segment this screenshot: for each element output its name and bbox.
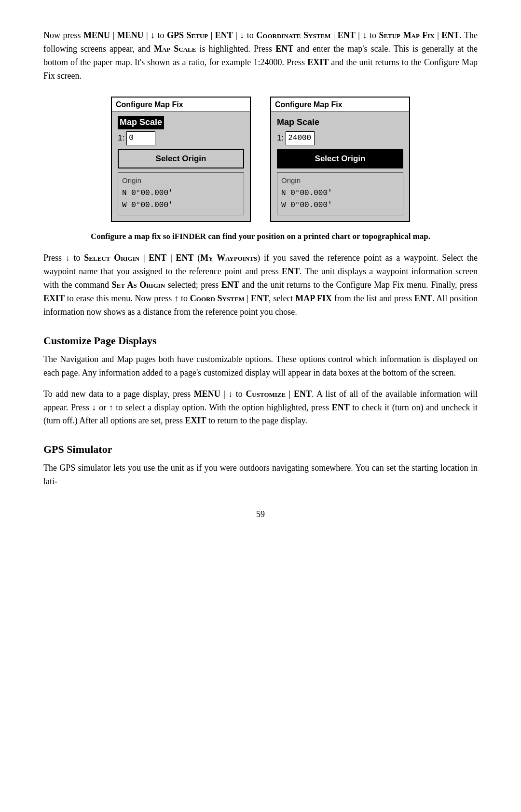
screen2-coord-n: N 0°00.000' [281,187,399,200]
key-menu1: MENU [83,30,110,40]
screens-container: Configure Map Fix Map Scale 1: 0 Select … [43,97,478,222]
key-set-as-origin: Set As Origin [112,280,165,290]
screen2-origin-legend: Origin [281,175,399,186]
key-exit1: EXIT [307,57,329,67]
screen1-origin-group: Origin N 0°00.000' W 0°00.000' [118,172,244,215]
key-ent12: ENT [332,403,350,412]
key-map-scale: Map Scale [154,44,196,54]
key-exit3: EXIT [185,416,206,425]
key-coord-system2: Coord System [190,294,245,303]
screen2-scale-prefix: 1: [277,132,284,144]
key-ent4: ENT [275,44,293,54]
body-paragraph-3: To add new data to a page display, press… [43,388,478,428]
screen2-coord-w: W 0°00.000' [281,199,399,212]
page-number: 59 [43,508,478,521]
screen1-coord-n: N 0°00.000' [122,187,240,200]
screen1-origin-legend: Origin [122,175,240,186]
key-ent1: ENT [215,30,233,40]
body-paragraph-4: The GPS simulator lets you use the unit … [43,462,478,489]
key-ent3: ENT [441,30,459,40]
key-ent5: ENT [149,253,166,263]
key-ent9: ENT [251,294,269,303]
screen-2: Configure Map Fix Map Scale 1: 24000 Sel… [270,97,410,222]
screen1-select-origin-btn[interactable]: Select Origin [118,149,244,168]
screen2-body: Map Scale 1: 24000 Select Origin Origin … [271,112,409,219]
screen1-scale-prefix: 1: [118,132,124,144]
screen2-map-scale-label: Map Scale [277,116,403,129]
key-ent6: ENT [176,253,194,263]
key-ent11: ENT [294,389,312,399]
screen1-scale-value: 0 [126,131,155,145]
screen2-scale-row: 1: 24000 [277,131,403,145]
screen2-origin-group: Origin N 0°00.000' W 0°00.000' [277,172,403,215]
key-customize: Customize [246,389,286,399]
key-coord-sys: Coordinate System [256,30,330,40]
intro-paragraph: Now press MENU | MENU | ↓ to GPS Setup |… [43,29,478,83]
screen2-select-origin-btn[interactable]: Select Origin [277,149,403,168]
key-exit2: EXIT [43,294,65,303]
section-gps-heading: GPS Simulator [43,441,478,458]
key-ent7: ENT [282,266,300,276]
key-menu2: MENU [117,30,144,40]
screen1-title: Configure Map Fix [112,98,250,112]
screen2-title: Configure Map Fix [271,98,409,112]
key-gps-setup: GPS Setup [167,30,208,40]
key-map-fix: MAP FIX [295,294,332,303]
key-setup-map: Setup Map Fix [379,30,434,40]
screen1-body: Map Scale 1: 0 Select Origin Origin N 0°… [112,112,250,219]
screen1-coord-w: W 0°00.000' [122,199,240,212]
figure-caption: Configure a map fix so iFINDER can find … [43,231,478,242]
screen1-origin-coords: N 0°00.000' W 0°00.000' [122,187,240,212]
page-content: Now press MENU | MENU | ↓ to GPS Setup |… [43,29,478,521]
key-menu3: MENU [194,389,220,399]
key-my-waypoints: My Waypoints [200,253,257,263]
key-ent8: ENT [221,280,239,290]
screen2-scale-value: 24000 [286,131,315,145]
key-ent2: ENT [338,30,356,40]
screen-1: Configure Map Fix Map Scale 1: 0 Select … [111,97,251,222]
screen1-map-scale-label: Map Scale [118,116,164,129]
body-paragraph-1: Press ↓ to Select Origin | ENT | ENT (My… [43,252,478,319]
key-ent10: ENT [414,294,432,303]
body-paragraph-2: The Navigation and Map pages both have c… [43,353,478,380]
screen2-origin-coords: N 0°00.000' W 0°00.000' [281,187,399,212]
section-customize-heading: Customize Page Displays [43,333,478,349]
screen1-scale-row: 1: 0 [118,131,244,145]
key-select-origin: Select Origin [84,253,139,263]
